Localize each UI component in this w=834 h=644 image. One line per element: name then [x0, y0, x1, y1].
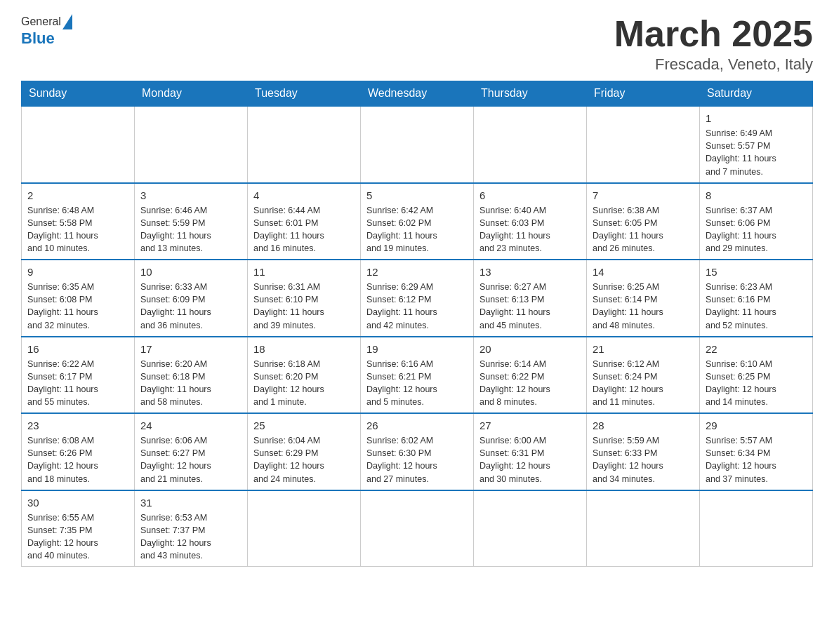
logo-blue-text: Blue — [21, 29, 55, 48]
day-info: Sunrise: 6:31 AM Sunset: 6:10 PM Dayligh… — [253, 281, 355, 332]
day-info: Sunrise: 5:57 AM Sunset: 6:34 PM Dayligh… — [706, 434, 807, 485]
calendar-day-cell — [361, 490, 474, 567]
day-info: Sunrise: 6:02 AM Sunset: 6:30 PM Dayligh… — [366, 434, 468, 485]
calendar-day-cell: 12Sunrise: 6:29 AM Sunset: 6:12 PM Dayli… — [361, 260, 474, 337]
calendar-day-header: Saturday — [700, 81, 813, 107]
day-info: Sunrise: 6:33 AM Sunset: 6:09 PM Dayligh… — [140, 281, 241, 332]
calendar-day-cell: 7Sunrise: 6:38 AM Sunset: 6:05 PM Daylig… — [587, 183, 700, 260]
logo: General Blue — [21, 14, 74, 48]
day-number: 29 — [706, 418, 807, 433]
calendar-week-row: 9Sunrise: 6:35 AM Sunset: 6:08 PM Daylig… — [22, 260, 813, 337]
day-number: 6 — [479, 188, 581, 203]
day-info: Sunrise: 6:27 AM Sunset: 6:13 PM Dayligh… — [479, 281, 581, 332]
day-info: Sunrise: 6:00 AM Sunset: 6:31 PM Dayligh… — [479, 434, 581, 485]
day-number: 5 — [366, 188, 468, 203]
day-info: Sunrise: 6:42 AM Sunset: 6:02 PM Dayligh… — [366, 204, 468, 255]
day-info: Sunrise: 6:55 AM Sunset: 7:35 PM Dayligh… — [27, 511, 128, 563]
day-info: Sunrise: 6:38 AM Sunset: 6:05 PM Dayligh… — [593, 204, 694, 255]
day-number: 18 — [253, 342, 355, 356]
calendar-day-cell — [474, 490, 587, 567]
calendar-day-cell: 27Sunrise: 6:00 AM Sunset: 6:31 PM Dayli… — [474, 413, 587, 490]
day-info: Sunrise: 6:14 AM Sunset: 6:22 PM Dayligh… — [479, 358, 581, 409]
calendar-day-cell: 26Sunrise: 6:02 AM Sunset: 6:30 PM Dayli… — [361, 413, 474, 490]
day-info: Sunrise: 5:59 AM Sunset: 6:33 PM Dayligh… — [593, 434, 694, 485]
calendar-day-cell: 19Sunrise: 6:16 AM Sunset: 6:21 PM Dayli… — [361, 337, 474, 414]
calendar-day-cell — [700, 490, 813, 567]
calendar-day-cell: 1Sunrise: 6:49 AM Sunset: 5:57 PM Daylig… — [700, 106, 813, 183]
calendar-day-cell: 23Sunrise: 6:08 AM Sunset: 6:26 PM Dayli… — [22, 413, 135, 490]
calendar-day-cell: 24Sunrise: 6:06 AM Sunset: 6:27 PM Dayli… — [135, 413, 248, 490]
day-info: Sunrise: 6:12 AM Sunset: 6:24 PM Dayligh… — [593, 358, 694, 409]
day-number: 8 — [706, 188, 807, 203]
day-info: Sunrise: 6:44 AM Sunset: 6:01 PM Dayligh… — [253, 204, 355, 255]
day-number: 12 — [366, 264, 468, 279]
calendar-day-header: Wednesday — [361, 81, 474, 107]
calendar-day-cell — [248, 106, 361, 183]
day-number: 13 — [479, 264, 581, 279]
calendar-day-cell: 22Sunrise: 6:10 AM Sunset: 6:25 PM Dayli… — [700, 337, 813, 414]
calendar-day-header: Tuesday — [248, 81, 361, 107]
day-info: Sunrise: 6:29 AM Sunset: 6:12 PM Dayligh… — [366, 281, 468, 332]
day-number: 11 — [253, 264, 355, 279]
calendar-day-header: Sunday — [22, 81, 135, 107]
day-number: 3 — [140, 188, 241, 203]
calendar-day-cell: 13Sunrise: 6:27 AM Sunset: 6:13 PM Dayli… — [474, 260, 587, 337]
day-number: 20 — [479, 342, 581, 356]
day-info: Sunrise: 6:10 AM Sunset: 6:25 PM Dayligh… — [706, 358, 807, 409]
calendar-day-cell — [135, 106, 248, 183]
calendar-day-cell — [248, 490, 361, 567]
calendar-day-cell — [587, 106, 700, 183]
calendar-day-cell: 8Sunrise: 6:37 AM Sunset: 6:06 PM Daylig… — [700, 183, 813, 260]
day-info: Sunrise: 6:04 AM Sunset: 6:29 PM Dayligh… — [253, 434, 355, 485]
day-info: Sunrise: 6:16 AM Sunset: 6:21 PM Dayligh… — [366, 358, 468, 409]
day-info: Sunrise: 6:18 AM Sunset: 6:20 PM Dayligh… — [253, 358, 355, 409]
day-number: 26 — [366, 418, 468, 433]
calendar-day-cell: 25Sunrise: 6:04 AM Sunset: 6:29 PM Dayli… — [248, 413, 361, 490]
title-block: March 2025 Frescada, Veneto, Italy — [614, 14, 813, 74]
calendar-day-header: Friday — [587, 81, 700, 107]
day-number: 24 — [140, 418, 241, 433]
day-number: 7 — [593, 188, 694, 203]
location-subtitle: Frescada, Veneto, Italy — [614, 55, 813, 74]
page-header: General Blue March 2025 Frescada, Veneto… — [21, 14, 813, 74]
day-number: 17 — [140, 342, 241, 356]
calendar-day-cell — [474, 106, 587, 183]
day-number: 9 — [27, 264, 128, 279]
day-number: 27 — [479, 418, 581, 433]
calendar-day-cell: 28Sunrise: 5:59 AM Sunset: 6:33 PM Dayli… — [587, 413, 700, 490]
day-number: 31 — [140, 495, 241, 510]
day-number: 22 — [706, 342, 807, 356]
calendar-day-cell: 5Sunrise: 6:42 AM Sunset: 6:02 PM Daylig… — [361, 183, 474, 260]
calendar-day-cell — [361, 106, 474, 183]
calendar-day-cell: 15Sunrise: 6:23 AM Sunset: 6:16 PM Dayli… — [700, 260, 813, 337]
month-year-title: March 2025 — [614, 14, 813, 54]
day-info: Sunrise: 6:46 AM Sunset: 5:59 PM Dayligh… — [140, 204, 241, 255]
calendar-week-row: 30Sunrise: 6:55 AM Sunset: 7:35 PM Dayli… — [22, 490, 813, 567]
calendar-week-row: 1Sunrise: 6:49 AM Sunset: 5:57 PM Daylig… — [22, 106, 813, 183]
calendar-day-cell: 30Sunrise: 6:55 AM Sunset: 7:35 PM Dayli… — [22, 490, 135, 567]
calendar-week-row: 2Sunrise: 6:48 AM Sunset: 5:58 PM Daylig… — [22, 183, 813, 260]
calendar-header-row: SundayMondayTuesdayWednesdayThursdayFrid… — [22, 81, 813, 107]
calendar-day-cell: 2Sunrise: 6:48 AM Sunset: 5:58 PM Daylig… — [22, 183, 135, 260]
calendar-day-cell: 20Sunrise: 6:14 AM Sunset: 6:22 PM Dayli… — [474, 337, 587, 414]
day-info: Sunrise: 6:49 AM Sunset: 5:57 PM Dayligh… — [706, 127, 807, 178]
day-number: 14 — [593, 264, 694, 279]
calendar-day-header: Thursday — [474, 81, 587, 107]
day-info: Sunrise: 6:08 AM Sunset: 6:26 PM Dayligh… — [27, 434, 128, 485]
day-number: 30 — [27, 495, 128, 510]
day-info: Sunrise: 6:20 AM Sunset: 6:18 PM Dayligh… — [140, 358, 241, 409]
logo-general-text: General — [21, 15, 61, 28]
day-info: Sunrise: 6:06 AM Sunset: 6:27 PM Dayligh… — [140, 434, 241, 485]
day-number: 23 — [27, 418, 128, 433]
calendar-day-cell — [587, 490, 700, 567]
calendar-day-header: Monday — [135, 81, 248, 107]
day-info: Sunrise: 6:40 AM Sunset: 6:03 PM Dayligh… — [479, 204, 581, 255]
day-number: 19 — [366, 342, 468, 356]
day-number: 2 — [27, 188, 128, 203]
calendar-day-cell: 10Sunrise: 6:33 AM Sunset: 6:09 PM Dayli… — [135, 260, 248, 337]
day-info: Sunrise: 6:25 AM Sunset: 6:14 PM Dayligh… — [593, 281, 694, 332]
logo-triangle-icon — [62, 14, 72, 29]
day-number: 15 — [706, 264, 807, 279]
calendar-day-cell: 14Sunrise: 6:25 AM Sunset: 6:14 PM Dayli… — [587, 260, 700, 337]
day-number: 1 — [706, 111, 807, 126]
